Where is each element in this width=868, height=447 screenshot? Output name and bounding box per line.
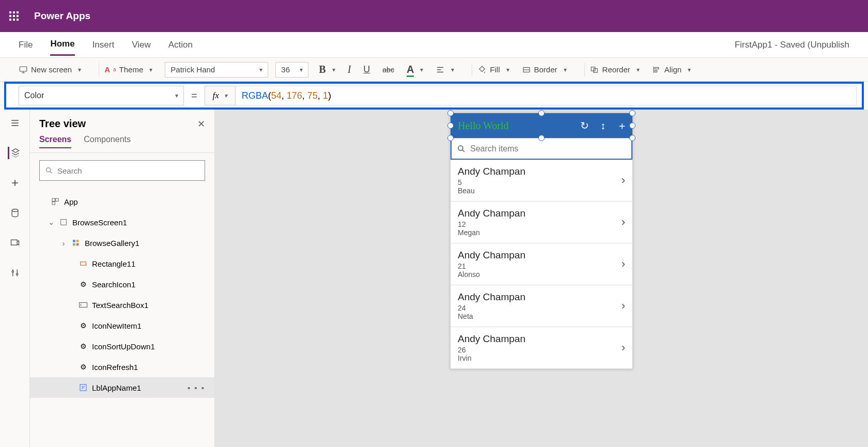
fx-button[interactable]: fx ▾ [205,86,236,105]
bold-icon: B [319,64,326,75]
border-button[interactable]: Border ▾ [522,65,567,74]
search-icon [457,144,466,153]
font-select[interactable]: Patrick Hand ▾ [165,62,268,78]
phone-preview[interactable]: Hello World ↻ ↕ ＋ Andy Champan [450,113,633,369]
svg-rect-12 [56,198,58,201]
close-icon[interactable]: ✕ [197,118,205,130]
tree-node-label: Rectangle11 [92,259,135,268]
chevron-right-icon[interactable]: › [622,257,625,271]
tree-node-label: TextSearchBox1 [92,301,148,310]
list-item-name: Andy Champan [458,250,625,261]
tree-search-input[interactable] [57,166,199,175]
search-icon [45,166,53,175]
underline-button[interactable]: U [363,64,370,75]
tree-node-rectangle[interactable]: Rectangle11 [30,253,214,274]
advanced-tools-icon[interactable] [9,267,21,279]
tree-node-label: IconRefresh1 [92,363,138,372]
italic-button[interactable]: I [348,64,351,75]
tree-search[interactable] [39,160,205,181]
fx-label: fx [213,90,219,101]
media-icon[interactable] [9,237,21,249]
tree-node-iconsort[interactable]: ⚙ IconSortUpDown1 [30,336,214,357]
formula-input[interactable]: RGBA(54, 176, 75, 1) [236,86,857,105]
menu-view[interactable]: View [132,35,151,55]
refresh-icon[interactable]: ↻ [580,119,589,132]
selection-handle[interactable] [447,122,454,129]
menu-action[interactable]: Action [168,35,193,55]
chevron-right-icon[interactable]: › [622,299,625,313]
preview-search-row[interactable] [451,138,632,160]
selection-handle[interactable] [538,135,545,141]
underline-icon: U [363,64,370,75]
menu-file[interactable]: File [19,35,33,55]
selection-handle[interactable] [538,110,545,116]
selection-handle[interactable] [447,135,454,141]
strikethrough-button[interactable]: abc [382,66,394,74]
tree-node-browsescreen[interactable]: ⌄ BrowseScreen1 [30,212,214,233]
border-label: Border [534,65,557,74]
new-screen-button[interactable]: New screen ▾ [19,65,81,74]
svg-rect-5 [655,70,657,72]
preview-gallery[interactable]: Andy Champan 5 Beau › Andy Champan 12 Me… [451,160,632,369]
canvas[interactable]: Hello World ↻ ↕ ＋ Andy Champan [215,110,868,447]
tree-view-icon[interactable] [8,147,20,159]
add-icon[interactable]: ＋ [617,119,627,133]
gallery-icon [71,238,81,248]
bold-button[interactable]: B▾ [319,64,335,75]
chevron-down-icon: ▾ [149,66,152,73]
tree-list: App ⌄ BrowseScreen1 › BrowseGallery1 Rec… [30,188,214,401]
svg-rect-14 [61,220,67,225]
selection-handle[interactable] [629,110,636,116]
tree-node-lblappname[interactable]: LblAppName1 • • • [30,377,214,398]
selection-handle[interactable] [629,135,636,141]
svg-rect-11 [52,198,55,201]
list-item[interactable]: Andy Champan 26 Irvin › [451,327,632,369]
tree-node-searchicon[interactable]: ⚙ SearchIcon1 [30,274,214,295]
fill-button[interactable]: Fill ▾ [477,65,509,74]
more-icon[interactable]: • • • [188,383,205,392]
tree-node-gallery[interactable]: › BrowseGallery1 [30,233,214,253]
app-preview-header[interactable]: Hello World ↻ ↕ ＋ [451,113,632,138]
preview-search-input[interactable] [470,144,626,153]
reorder-label: Reorder [602,65,630,74]
waffle-icon[interactable] [9,11,19,21]
tree-node-textsearchbox[interactable]: TextSearchBox1 [30,295,214,315]
tab-screens[interactable]: Screens [39,135,71,148]
tab-components[interactable]: Components [84,135,131,148]
align-text-button[interactable]: ▾ [436,65,454,74]
chevron-down-icon: ▾ [506,66,509,73]
property-selector[interactable]: Color ▾ [19,86,184,105]
list-item[interactable]: Andy Champan 21 Alonso › [451,243,632,285]
separator [584,63,585,76]
list-item[interactable]: Andy Champan 5 Beau › [451,160,632,202]
selection-handle[interactable] [629,122,636,129]
separator [472,63,472,76]
sort-icon[interactable]: ↕ [600,120,606,132]
reorder-button[interactable]: Reorder ▾ [590,65,640,74]
formula-function: RGBA [242,90,268,101]
list-item-name: Andy Champan [458,208,625,219]
chevron-right-icon[interactable]: › [622,341,625,354]
tree-node-iconnewitem[interactable]: ⚙ IconNewItem1 [30,315,214,336]
list-item-name: Andy Champan [458,166,625,177]
selection-handle[interactable] [447,110,454,116]
chevron-right-icon[interactable]: › [622,215,625,229]
data-icon[interactable] [9,207,21,219]
font-size-select[interactable]: 36 ▾ [275,62,308,78]
font-color-button[interactable]: A▾ [407,64,423,75]
chevron-down-icon: ▾ [300,66,303,73]
align-button[interactable]: Align ▾ [652,65,691,74]
menu-home[interactable]: Home [50,34,74,56]
list-item[interactable]: Andy Champan 24 Neta › [451,285,632,327]
screen-node-icon [59,218,68,227]
tree-node-app[interactable]: App [30,191,214,212]
tree-node-iconrefresh[interactable]: ⚙ IconRefresh1 [30,357,214,377]
theme-button[interactable]: Aa Theme ▾ [104,65,152,74]
svg-rect-18 [76,243,79,246]
insert-icon[interactable] [9,177,21,189]
screen-icon [19,65,28,74]
chevron-right-icon[interactable]: › [622,174,625,187]
list-item[interactable]: Andy Champan 12 Megan › [451,202,632,243]
hamburger-icon[interactable] [9,117,21,129]
menu-insert[interactable]: Insert [92,35,115,55]
